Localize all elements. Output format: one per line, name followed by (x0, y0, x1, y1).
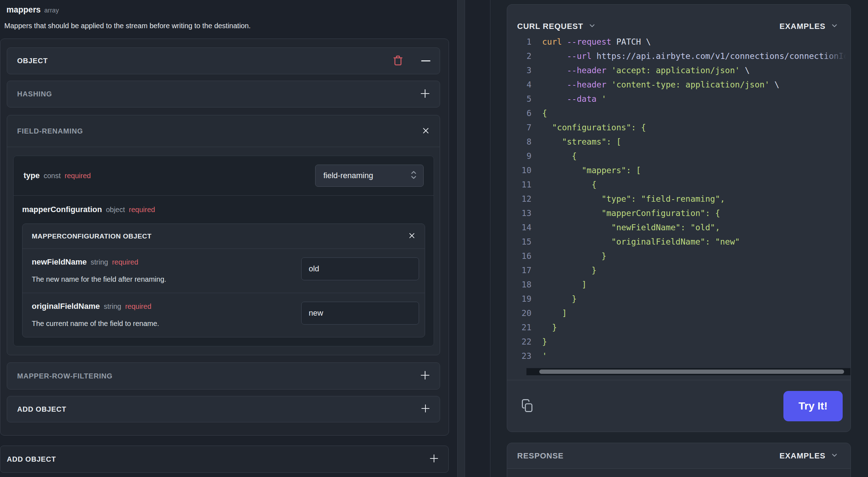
response-examples-label: EXAMPLES (779, 451, 826, 461)
code-line: 13 "mapperConfiguration": { (507, 206, 851, 220)
new-field-name-description: The new name for the field after renamin… (32, 275, 166, 283)
original-field-name-required-badge: required (125, 302, 151, 311)
code-line: 6{ (507, 106, 851, 120)
code-line: 7 "configurations": { (507, 120, 851, 135)
field-renaming-content: type const required field-renaming (7, 147, 440, 355)
type-property-name: type (24, 171, 40, 180)
field-description: Mappers that should be applied to the st… (4, 22, 449, 30)
type-property-kind: const (44, 172, 61, 180)
mapper-configuration-name: mapperConfiguration (22, 205, 102, 214)
schema-panel: mappers array Mappers that should be app… (0, 0, 449, 473)
field-renaming-panel: type const required field-renaming (13, 156, 434, 346)
new-field-name-input[interactable] (301, 257, 419, 280)
code-line: 5 --data ' (507, 92, 851, 106)
minus-icon (421, 60, 430, 61)
field-type-badge: array (44, 7, 59, 14)
copy-icon (520, 398, 534, 414)
curl-request-card: CURL REQUEST EXAMPLES 1curl --request PA… (507, 4, 851, 432)
response-examples-dropdown[interactable]: EXAMPLES (779, 451, 838, 461)
add-object-row-outer[interactable]: ADD OBJECT (0, 446, 449, 473)
add-object-outer-label: ADD OBJECT (7, 455, 56, 463)
code-line: 12 "type": "field-renaming", (507, 192, 851, 206)
field-name-mappers: mappers (6, 5, 41, 15)
delete-object-button[interactable] (392, 54, 404, 67)
new-field-name-required-badge: required (112, 258, 138, 266)
type-select[interactable]: field-renaming (315, 165, 424, 187)
chevron-down-icon (588, 22, 596, 31)
field-renaming-label: FIELD-RENAMING (17, 127, 83, 135)
mapper-configuration-card: MAPPERCONFIGURATION OBJECT (22, 224, 425, 337)
mapper-configuration-card-header: MAPPERCONFIGURATION OBJECT (22, 224, 425, 249)
type-property-row: type const required field-renaming (14, 156, 434, 196)
code-line: 18 ] (507, 277, 851, 292)
code-lines: 1curl --request PATCH \2 --url https://a… (507, 35, 851, 363)
plus-icon[interactable] (420, 88, 430, 100)
code-line: 22} (507, 335, 851, 349)
code-line: 8 "streams": [ (507, 135, 851, 149)
mapper-configuration-card-title: MAPPERCONFIGURATION OBJECT (32, 232, 152, 240)
curl-request-title: CURL REQUEST (517, 22, 583, 31)
chevron-down-icon (831, 22, 838, 31)
field-renaming-header: FIELD-RENAMING (7, 115, 440, 147)
plus-icon[interactable] (429, 453, 439, 465)
response-body (507, 469, 851, 477)
type-select-value: field-renaming (323, 171, 373, 180)
code-footer: Try It! (507, 380, 851, 432)
code-line: 10 "mappers": [ (507, 163, 851, 177)
collapse-object-button[interactable] (421, 60, 430, 61)
response-header: RESPONSE EXAMPLES (507, 443, 851, 469)
mapper-configuration-block: mapperConfiguration object required MAPP… (14, 196, 434, 346)
examples-label: EXAMPLES (779, 22, 826, 31)
close-icon (408, 231, 416, 241)
original-field-name-description: The current name of the field to rename. (32, 320, 159, 328)
copy-code-button[interactable] (520, 398, 534, 414)
close-mapper-configuration-button[interactable] (408, 231, 416, 241)
mapper-row-filtering-row[interactable]: MAPPER-ROW-FILTERING (7, 362, 440, 390)
add-object-row-inner[interactable]: ADD OBJECT (7, 396, 440, 422)
plus-icon[interactable] (420, 403, 430, 415)
code-block: 1curl --request PATCH \2 --url https://a… (507, 35, 851, 363)
response-title: RESPONSE (517, 451, 564, 461)
code-line: 17 } (507, 263, 851, 277)
add-object-inner-label: ADD OBJECT (17, 405, 66, 413)
mapper-configuration-required-badge: required (129, 206, 155, 214)
code-line: 2 --url https://api.airbyte.com/v1/conne… (507, 49, 851, 63)
type-required-badge: required (65, 172, 91, 180)
code-line: 16 } (507, 249, 851, 263)
array-title: mappers array (6, 5, 449, 15)
remove-field-renaming-button[interactable] (421, 126, 430, 136)
mapper-configuration-kind: object (106, 206, 125, 214)
code-line: 11 { (507, 177, 851, 192)
try-it-button[interactable]: Try It! (783, 391, 843, 421)
code-line: 19 } (507, 292, 851, 306)
curl-request-dropdown[interactable]: CURL REQUEST (517, 22, 596, 31)
examples-panel: CURL REQUEST EXAMPLES 1curl --request PA… (490, 0, 868, 477)
code-line: 23' (507, 349, 851, 363)
code-line: 15 "originalFieldName": "new" (507, 235, 851, 249)
original-field-name-kind: string (104, 302, 121, 311)
plus-icon[interactable] (420, 370, 430, 382)
original-field-name-row: originalFieldName string required The cu… (22, 293, 425, 337)
mappers-item-group: OBJECT HASHING (0, 39, 449, 436)
field-renaming-section: FIELD-RENAMING type const (7, 115, 440, 355)
original-field-name-label: originalFieldName (32, 302, 100, 311)
new-field-name-row: newFieldName string required The new nam… (22, 249, 425, 293)
trash-icon (392, 54, 404, 67)
examples-dropdown[interactable]: EXAMPLES (779, 22, 838, 31)
chevron-down-icon (831, 451, 838, 461)
code-line: 20 ] (507, 306, 851, 320)
code-line: 14 "newFieldName": "old", (507, 220, 851, 235)
horizontal-scrollbar-track[interactable] (526, 368, 851, 375)
curl-request-header: CURL REQUEST EXAMPLES (507, 5, 851, 31)
horizontal-scrollbar-thumb[interactable] (539, 370, 844, 374)
close-icon (421, 126, 430, 136)
chevron-up-down-icon (409, 170, 418, 182)
code-line: 9 { (507, 149, 851, 163)
object-header-label: OBJECT (17, 57, 48, 65)
code-line: 1curl --request PATCH \ (507, 35, 851, 49)
code-line: 3 --header 'accept: application/json' \ (507, 63, 851, 77)
hashing-row[interactable]: HASHING (7, 81, 440, 107)
original-field-name-input[interactable] (301, 302, 419, 325)
panel-scrollbar[interactable] (457, 0, 465, 477)
new-field-name-kind: string (91, 258, 108, 266)
